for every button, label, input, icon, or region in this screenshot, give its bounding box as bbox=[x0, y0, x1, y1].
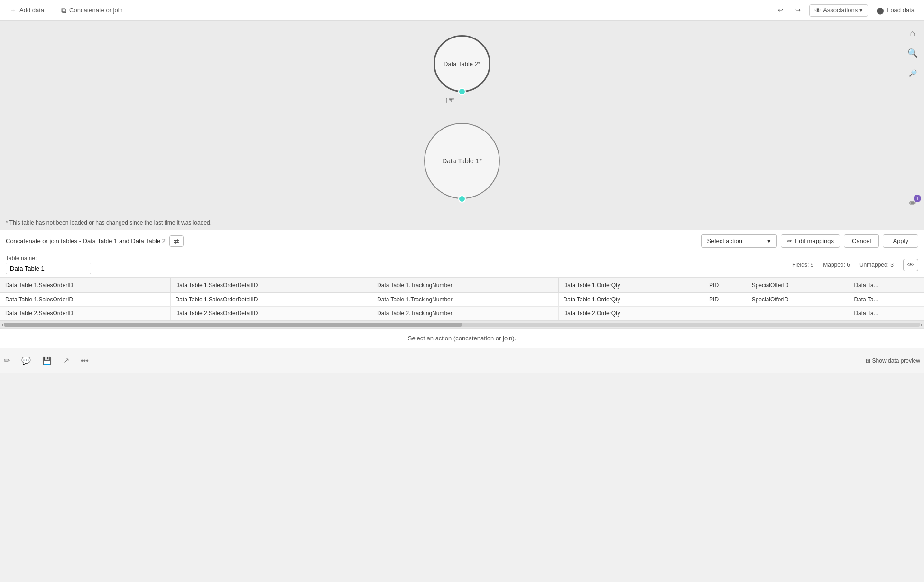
warning-text: * This table has not been loaded or has … bbox=[0, 216, 924, 230]
canvas-area: Data Table 2* ☞ Data Table 1* ⌂ 🔍 🔎 ✏ 1 bbox=[0, 21, 924, 216]
redo-icon: ↪ bbox=[795, 7, 801, 14]
concatenate-join-button[interactable]: ⧉ Concatenate or join bbox=[57, 4, 127, 17]
table-row: Data Table 1.SalesOrderID Data Table 1.S… bbox=[0, 293, 924, 307]
insights-button[interactable]: ✏ 1 bbox=[904, 195, 921, 212]
show-data-preview-button[interactable]: ⊞ Show data preview bbox=[866, 357, 920, 364]
panel-toolbar-left: Concatenate or join tables - Data Table … bbox=[6, 235, 184, 247]
chevron-down-icon: ▾ bbox=[859, 7, 863, 14]
pencil-tool-button[interactable]: ✏ bbox=[4, 356, 10, 365]
cell-2-3: Data Table 2.TrackingNumber bbox=[372, 307, 559, 320]
status-message: Select an action (concatenation or join)… bbox=[408, 335, 516, 342]
scroll-right-button[interactable]: › bbox=[920, 321, 922, 328]
cell-1-7: Data Ta... bbox=[849, 293, 924, 307]
cancel-button[interactable]: Cancel bbox=[844, 234, 879, 248]
col-header-4: Data Table 1.OrderQty bbox=[558, 278, 704, 293]
edit-mappings-button[interactable]: ✏ Edit mappings bbox=[781, 234, 840, 248]
zoom-out-button[interactable]: 🔎 bbox=[904, 65, 921, 82]
table-name-section: Table name: bbox=[6, 255, 91, 274]
fields-count: Fields: 9 bbox=[792, 262, 813, 268]
table-name-label: Table name: bbox=[6, 255, 91, 262]
table-name-row: Table name: Fields: 9 Mapped: 6 Unmapped… bbox=[0, 252, 924, 278]
share-button[interactable]: ↗ bbox=[63, 356, 69, 365]
comment-button[interactable]: 💬 bbox=[21, 356, 31, 365]
col-header-1: Data Table 1.SalesOrderID bbox=[0, 278, 171, 293]
cell-1-4: Data Table 1.OrderQty bbox=[558, 293, 704, 307]
eye-icon: 👁 bbox=[814, 7, 821, 14]
grid-icon: ⊞ bbox=[866, 357, 870, 364]
col-header-5: PID bbox=[704, 278, 747, 293]
panel-toolbar: Concatenate or join tables - Data Table … bbox=[0, 230, 924, 252]
save-icon: 💾 bbox=[42, 356, 52, 365]
data-table-2-node[interactable]: Data Table 2* bbox=[434, 35, 490, 92]
cursor-hand-indicator: ☞ bbox=[445, 94, 455, 107]
panel-title: Concatenate or join tables - Data Table … bbox=[6, 237, 166, 244]
cell-1-1: Data Table 1.SalesOrderID bbox=[0, 293, 171, 307]
select-action-button[interactable]: Select action ▾ bbox=[701, 234, 777, 248]
bottom-panel: Concatenate or join tables - Data Table … bbox=[0, 230, 924, 373]
add-icon: ＋ bbox=[9, 6, 17, 15]
associations-button[interactable]: 👁 Associations ▾ bbox=[809, 4, 868, 17]
col-header-3: Data Table 1.TrackingNumber bbox=[372, 278, 559, 293]
dropdown-arrow-icon: ▾ bbox=[767, 237, 771, 244]
col-header-6: SpecialOfferID bbox=[747, 278, 849, 293]
zoom-in-icon: 🔍 bbox=[907, 48, 918, 58]
concatenate-icon: ⧉ bbox=[61, 6, 66, 15]
connector-dot-top bbox=[458, 88, 466, 95]
pencil-tool-icon: ✏ bbox=[4, 356, 10, 365]
scrollbar-thumb[interactable] bbox=[4, 323, 462, 327]
bottom-icon-bar: ✏ 💬 💾 ↗ ••• ⊞ Show data preview bbox=[0, 348, 924, 373]
data-table-1-node[interactable]: Data Table 1* bbox=[424, 123, 500, 199]
apply-button[interactable]: Apply bbox=[883, 234, 918, 248]
col-header-2: Data Table 1.SalesOrderDetailID bbox=[170, 278, 372, 293]
save-button[interactable]: 💾 bbox=[42, 356, 52, 365]
table-row: Data Table 2.SalesOrderID Data Table 2.S… bbox=[0, 307, 924, 320]
top-bar-right: ↩ ↪ 👁 Associations ▾ ⬤ Load data bbox=[774, 4, 918, 17]
load-data-button[interactable]: ⬤ Load data bbox=[873, 5, 918, 16]
cell-2-4: Data Table 2.OrderQty bbox=[558, 307, 704, 320]
unmapped-count: Unmapped: 3 bbox=[859, 262, 894, 268]
data-table-container: Data Table 1.SalesOrderID Data Table 1.S… bbox=[0, 278, 924, 320]
cell-1-3: Data Table 1.TrackingNumber bbox=[372, 293, 559, 307]
home-icon-button[interactable]: ⌂ bbox=[904, 25, 921, 42]
more-icon: ••• bbox=[81, 357, 89, 365]
more-options-button[interactable]: ••• bbox=[81, 357, 89, 365]
share-icon: ↗ bbox=[63, 356, 69, 365]
right-sidebar: ⌂ 🔍 🔎 ✏ 1 bbox=[901, 21, 924, 216]
top-bar: ＋ Add data ⧉ Concatenate or join ↩ ↪ 👁 A… bbox=[0, 0, 924, 21]
eye-preview-icon: 👁 bbox=[907, 261, 914, 269]
preview-toggle-button[interactable]: 👁 bbox=[903, 259, 918, 271]
data-table: Data Table 1.SalesOrderID Data Table 1.S… bbox=[0, 278, 924, 320]
cell-1-6: SpecialOfferID bbox=[747, 293, 849, 307]
panel-toolbar-right: Select action ▾ ✏ Edit mappings Cancel A… bbox=[701, 234, 918, 248]
add-data-button[interactable]: ＋ Add data bbox=[6, 4, 48, 17]
undo-button[interactable]: ↩ bbox=[774, 5, 787, 16]
connector-dot-bottom bbox=[458, 195, 466, 203]
horizontal-scrollbar[interactable]: ‹ › bbox=[0, 320, 924, 328]
cell-2-5 bbox=[704, 307, 747, 320]
load-icon: ⬤ bbox=[877, 7, 884, 14]
col-header-7: Data Ta... bbox=[849, 278, 924, 293]
scrollbar-track[interactable] bbox=[4, 323, 920, 327]
cell-2-6 bbox=[747, 307, 849, 320]
cell-2-2: Data Table 2.SalesOrderDetailID bbox=[170, 307, 372, 320]
cell-1-2: Data Table 1.SalesOrderDetailID bbox=[170, 293, 372, 307]
redo-button[interactable]: ↪ bbox=[792, 5, 804, 16]
mapped-count: Mapped: 6 bbox=[823, 262, 850, 268]
field-stats: Fields: 9 Mapped: 6 Unmapped: 3 👁 bbox=[792, 259, 918, 271]
table-header-row: Data Table 1.SalesOrderID Data Table 1.S… bbox=[0, 278, 924, 293]
swap-icon: ⇄ bbox=[174, 237, 179, 245]
table-name-input[interactable] bbox=[6, 263, 91, 274]
undo-icon: ↩ bbox=[778, 7, 783, 14]
pencil-icon: ✏ bbox=[787, 237, 792, 244]
zoom-in-button[interactable]: 🔍 bbox=[904, 45, 921, 62]
zoom-out-icon: 🔎 bbox=[909, 69, 917, 77]
comment-icon: 💬 bbox=[21, 356, 31, 365]
cell-2-7: Data Ta... bbox=[849, 307, 924, 320]
cell-1-5: PID bbox=[704, 293, 747, 307]
status-bar: Select an action (concatenation or join)… bbox=[0, 328, 924, 348]
top-bar-left: ＋ Add data ⧉ Concatenate or join bbox=[6, 4, 127, 17]
home-icon: ⌂ bbox=[910, 28, 915, 38]
swap-button[interactable]: ⇄ bbox=[169, 235, 184, 247]
cell-2-1: Data Table 2.SalesOrderID bbox=[0, 307, 171, 320]
